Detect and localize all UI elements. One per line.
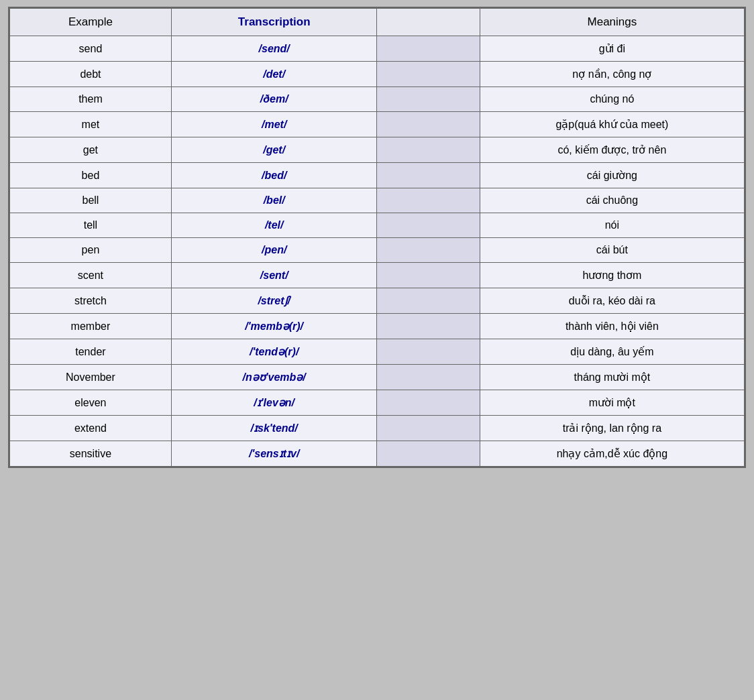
table-row: bell/bel/cái chuông [10, 188, 745, 213]
meanings-cell: hương thơm [480, 263, 744, 288]
table-row: met/met/gặp(quá khứ của meet) [10, 112, 745, 137]
table-row: stretch/stretʃ/duỗi ra, kéo dài ra [10, 288, 745, 314]
transcription-cell: /'membə(r)/ [171, 314, 377, 339]
meanings-cell: cái giường [480, 163, 744, 188]
audio-cell[interactable] [377, 365, 480, 390]
meanings-cell: tháng mười một [480, 365, 744, 390]
meanings-cell: dịu dàng, âu yếm [480, 339, 744, 365]
audio-cell[interactable] [377, 137, 480, 163]
example-cell: scent [10, 263, 172, 288]
table-row: bed/bed/cái giường [10, 163, 745, 188]
header-audio [377, 9, 480, 36]
example-cell: tell [10, 213, 172, 238]
transcription-cell: /stretʃ/ [171, 288, 377, 314]
vocabulary-table-container: Example Transcription Meanings send/send… [8, 7, 746, 468]
example-cell: debt [10, 62, 172, 87]
table-row: them/ðem/chúng nó [10, 87, 745, 112]
example-cell: sensitive [10, 441, 172, 467]
meanings-cell: trải rộng, lan rộng ra [480, 416, 744, 441]
table-row: tender/'tendə(r)/dịu dàng, âu yếm [10, 339, 745, 365]
meanings-cell: chúng nó [480, 87, 744, 112]
transcription-cell: /send/ [171, 36, 377, 62]
transcription-cell: /ɪsk'tend/ [171, 416, 377, 441]
audio-cell[interactable] [377, 238, 480, 263]
transcription-cell: /pen/ [171, 238, 377, 263]
example-cell: bell [10, 188, 172, 213]
meanings-cell: thành viên, hội viên [480, 314, 744, 339]
table-row: debt/det/nợ nần, công nợ [10, 62, 745, 87]
table-row: sensitive/'sensɪtɪv/nhạy cảm,dễ xúc động [10, 441, 745, 467]
meanings-cell: nợ nần, công nợ [480, 62, 744, 87]
header-meanings: Meanings [480, 9, 744, 36]
transcription-cell: /bel/ [171, 188, 377, 213]
audio-cell[interactable] [377, 339, 480, 365]
transcription-cell: /met/ [171, 112, 377, 137]
transcription-cell: /sent/ [171, 263, 377, 288]
table-row: extend/ɪsk'tend/trải rộng, lan rộng ra [10, 416, 745, 441]
transcription-cell: /'tendə(r)/ [171, 339, 377, 365]
meanings-cell: nói [480, 213, 744, 238]
example-cell: eleven [10, 390, 172, 416]
example-cell: stretch [10, 288, 172, 314]
table-row: member/'membə(r)/thành viên, hội viên [10, 314, 745, 339]
example-cell: get [10, 137, 172, 163]
table-row: scent/sent/hương thơm [10, 263, 745, 288]
transcription-cell: /'sensɪtɪv/ [171, 441, 377, 467]
transcription-cell: /get/ [171, 137, 377, 163]
audio-cell[interactable] [377, 163, 480, 188]
meanings-cell: cái bút [480, 238, 744, 263]
meanings-cell: mười một [480, 390, 744, 416]
audio-cell[interactable] [377, 441, 480, 467]
meanings-cell: gửi đi [480, 36, 744, 62]
transcription-cell: /det/ [171, 62, 377, 87]
example-cell: member [10, 314, 172, 339]
header-transcription: Transcription [171, 9, 377, 36]
audio-cell[interactable] [377, 416, 480, 441]
audio-cell[interactable] [377, 263, 480, 288]
transcription-cell: /ðem/ [171, 87, 377, 112]
audio-cell[interactable] [377, 288, 480, 314]
audio-cell[interactable] [377, 112, 480, 137]
meanings-cell: duỗi ra, kéo dài ra [480, 288, 744, 314]
transcription-cell: /bed/ [171, 163, 377, 188]
audio-cell[interactable] [377, 314, 480, 339]
audio-cell[interactable] [377, 62, 480, 87]
example-cell: met [10, 112, 172, 137]
meanings-cell: nhạy cảm,dễ xúc động [480, 441, 744, 467]
example-cell: November [10, 365, 172, 390]
example-cell: send [10, 36, 172, 62]
vocabulary-table: Example Transcription Meanings send/send… [9, 8, 745, 467]
table-row: pen/pen/cái bút [10, 238, 745, 263]
example-cell: extend [10, 416, 172, 441]
meanings-cell: cái chuông [480, 188, 744, 213]
audio-cell[interactable] [377, 213, 480, 238]
audio-cell[interactable] [377, 390, 480, 416]
example-cell: them [10, 87, 172, 112]
meanings-cell: có, kiếm được, trở nên [480, 137, 744, 163]
header-example: Example [10, 9, 172, 36]
table-row: November/nəʊ'vembə/tháng mười một [10, 365, 745, 390]
audio-cell[interactable] [377, 188, 480, 213]
table-row: send/send/gửi đi [10, 36, 745, 62]
audio-cell[interactable] [377, 87, 480, 112]
transcription-cell: /ɪ'levən/ [171, 390, 377, 416]
meanings-cell: gặp(quá khứ của meet) [480, 112, 744, 137]
audio-cell[interactable] [377, 36, 480, 62]
example-cell: tender [10, 339, 172, 365]
table-row: tell/tel/nói [10, 213, 745, 238]
transcription-cell: /tel/ [171, 213, 377, 238]
table-row: eleven/ɪ'levən/mười một [10, 390, 745, 416]
example-cell: bed [10, 163, 172, 188]
example-cell: pen [10, 238, 172, 263]
transcription-cell: /nəʊ'vembə/ [171, 365, 377, 390]
table-row: get/get/có, kiếm được, trở nên [10, 137, 745, 163]
